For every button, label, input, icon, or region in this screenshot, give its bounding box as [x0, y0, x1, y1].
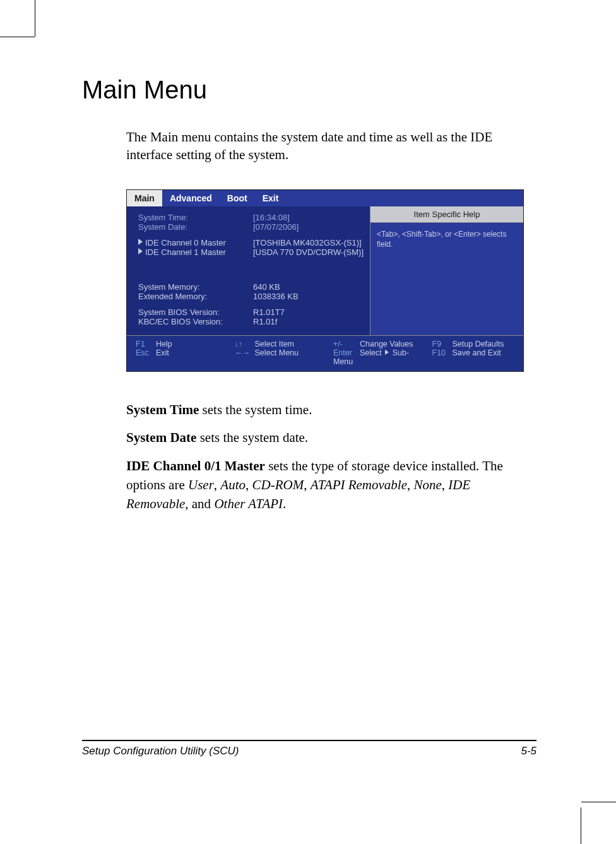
system-memory-label: System Memory:	[138, 282, 253, 292]
ide-channel-1-value: [USDA 770 DVD/CDRW-(SM)]	[253, 247, 365, 257]
bios-main-panel: System Time:[16:34:08] System Date:[07/0…	[127, 206, 370, 335]
ide-channel-1-label: IDE Channel 1 Master	[138, 247, 253, 257]
footer-page-number: 5-5	[521, 745, 536, 758]
select-menu-label: Select Menu	[255, 348, 299, 357]
def-ide-channel: IDE Channel 0/1 Master sets the type of …	[126, 456, 530, 514]
footer-left: Setup Configuration Utility (SCU)	[82, 745, 239, 758]
updown-arrow-icon: ↓↑	[235, 340, 255, 348]
plusminus-key: +/-	[333, 340, 360, 348]
f9-key: F9	[432, 340, 453, 348]
page-footer: Setup Configuration Utility (SCU) 5-5	[82, 740, 536, 758]
setup-defaults-label: Setup Defaults	[453, 340, 504, 348]
help-body: <Tab>, <Shift-Tab>, or <Enter> selects f…	[370, 223, 523, 257]
bios-footer: F1Help EscExit ↓↑Select Item ←→Select Me…	[127, 335, 523, 371]
def-system-time: System Time sets the system time.	[126, 400, 530, 419]
ide-channel-0-label: IDE Channel 0 Master	[138, 238, 253, 247]
esc-key: Esc	[136, 348, 156, 357]
bios-tab-main: Main	[127, 190, 162, 206]
system-memory-value: 640 KB	[253, 282, 365, 292]
triangle-icon	[385, 350, 389, 355]
page-heading: Main Menu	[82, 76, 536, 104]
change-values-label: Change Values	[360, 340, 413, 348]
bios-help-panel: Item Specific Help <Tab>, <Shift-Tab>, o…	[370, 206, 523, 335]
kbc-version-value: R1.01f	[253, 317, 365, 326]
bios-version-label: System BIOS Version:	[138, 307, 253, 317]
system-time-value: [16:34:08]	[253, 213, 365, 222]
enter-key: Enter	[333, 348, 360, 357]
bios-tab-exit: Exit	[255, 190, 287, 206]
system-date-label: System Date:	[138, 222, 253, 232]
f1-help-label: Help	[156, 340, 172, 348]
bios-tab-boot: Boot	[220, 190, 255, 206]
kbc-version-label: KBC/EC BIOS Version:	[138, 317, 253, 326]
footer-rule	[82, 740, 536, 741]
leftright-arrow-icon: ←→	[235, 348, 255, 357]
f1-key: F1	[136, 340, 156, 348]
save-exit-label: Save and Exit	[453, 348, 501, 357]
extended-memory-label: Extended Memory:	[138, 292, 253, 301]
help-title: Item Specific Help	[370, 206, 523, 223]
ide-channel-0-value: [TOSHIBA MK4032GSX-(S1)]	[253, 238, 365, 247]
bios-tab-bar: Main Advanced Boot Exit	[127, 190, 523, 206]
def-system-date: System Date sets the system date.	[126, 428, 530, 447]
select-item-label: Select Item	[255, 340, 295, 348]
bios-screenshot: Main Advanced Boot Exit System Time:[16:…	[126, 189, 524, 372]
intro-paragraph: The Main menu contains the system date a…	[126, 128, 530, 164]
extended-memory-value: 1038336 KB	[253, 292, 365, 301]
bios-version-value: R1.01T7	[253, 307, 365, 317]
system-time-label: System Time:	[138, 213, 253, 222]
f10-key: F10	[432, 348, 453, 357]
definitions: System Time sets the system time. System…	[126, 400, 530, 514]
triangle-icon	[138, 239, 143, 245]
system-date-value: [07/07/2006]	[253, 222, 365, 232]
bios-tab-advanced: Advanced	[162, 190, 220, 206]
triangle-icon	[138, 248, 143, 254]
esc-exit-label: Exit	[156, 348, 169, 357]
